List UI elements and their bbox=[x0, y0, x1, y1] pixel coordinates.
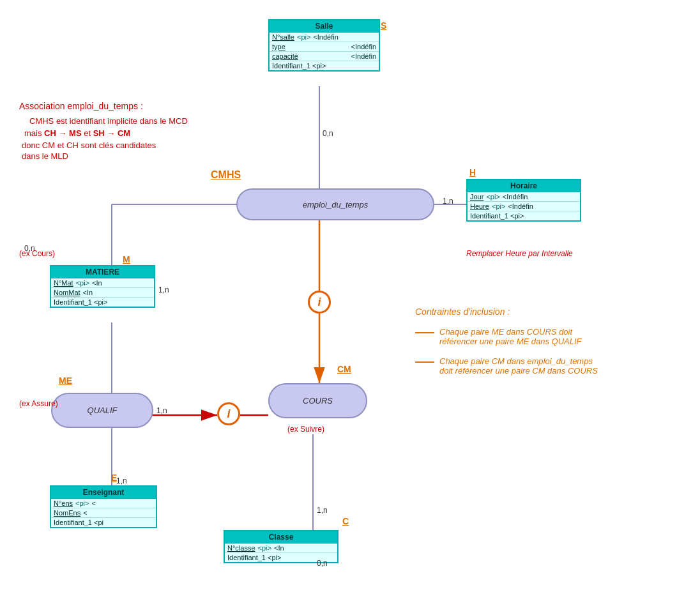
cours-label: COURS bbox=[303, 396, 333, 406]
salle-row-1: N°salle <pi> <Indéfin bbox=[270, 33, 379, 42]
contrainte-2: Chaque paire CM dans emploi_du_tempsdoit… bbox=[415, 356, 598, 376]
mult-matiere-0n: 0,n bbox=[24, 244, 35, 253]
horaire-row-2: Heure <pi> <Indéfin bbox=[468, 202, 580, 211]
diagram-container: Salle N°salle <pi> <Indéfin type <Indéfi… bbox=[0, 0, 700, 608]
entity-enseignant: Enseignant N°ens <pi> < NomEns < Identif… bbox=[50, 485, 157, 528]
entity-matiere: MATIERE N°Mat <pi> <In NomMat <In Identi… bbox=[50, 265, 155, 308]
cm-label: CM bbox=[337, 364, 351, 374]
cmhs-line: CMHS est identifiant implicite dans le M… bbox=[29, 116, 188, 126]
cmhs-label: CMHS bbox=[211, 169, 241, 181]
m-label: M bbox=[123, 254, 130, 264]
contraintes-block: Contraintes d'inclusion : Chaque paire M… bbox=[415, 307, 598, 376]
contrainte-1: Chaque paire ME dans COURS doitréférence… bbox=[415, 327, 598, 346]
cm-ch-line: donc CM et CH sont clés candidates bbox=[22, 141, 188, 150]
mult-ens-1n: 1,n bbox=[116, 476, 127, 485]
ens-row-3: Identifiant_1 <pi bbox=[51, 518, 156, 527]
salle-row-2: type <Indéfin bbox=[270, 42, 379, 52]
salle-row-4: Identifiant_1 <pi> bbox=[270, 61, 379, 70]
contrainte-2-text: Chaque paire CM dans emploi_du_tempsdoit… bbox=[439, 356, 598, 376]
entity-cours: COURS bbox=[268, 383, 367, 418]
me-label: ME bbox=[59, 376, 72, 386]
assoc-label: emploi_du_temps bbox=[303, 200, 369, 209]
mult-matiere-1n: 1,n bbox=[158, 285, 169, 294]
association-title: Association emploi_du_temps : bbox=[19, 101, 188, 111]
horaire-row-1: Jour <pi> <Indéfin bbox=[468, 192, 580, 202]
dash-2 bbox=[415, 361, 434, 363]
inclusion-circle-top: i bbox=[308, 291, 331, 314]
matiere-title: MATIERE bbox=[51, 266, 154, 278]
entity-qualif: QUALIF bbox=[51, 393, 153, 428]
classe-row-1: N°classe <pi> <In bbox=[225, 543, 337, 553]
mult-classe-0n: 0,n bbox=[317, 559, 328, 568]
entity-salle: Salle N°salle <pi> <Indéfin type <Indéfi… bbox=[268, 19, 380, 72]
annotation-block: Association emploi_du_temps : CMHS est i… bbox=[19, 101, 188, 161]
remplacer-note: Remplacer Heure par Intervalle bbox=[466, 249, 573, 258]
classe-title: Classe bbox=[225, 531, 337, 543]
mult-salle-0n: 0,n bbox=[323, 129, 333, 138]
h-label: H bbox=[469, 167, 476, 178]
ens-row-2: NomEns < bbox=[51, 508, 156, 518]
mult-qualif-1n: 1,n bbox=[156, 406, 167, 415]
contraintes-title: Contraintes d'inclusion : bbox=[415, 307, 598, 317]
ch-ms-line: mais CH → MS et SH → CM bbox=[24, 128, 188, 138]
matiere-row-1: N°Mat <pi> <In bbox=[51, 278, 154, 288]
mld-line: dans le MLD bbox=[22, 151, 188, 161]
matiere-row-2: NomMat <In bbox=[51, 288, 154, 298]
mult-cours-1n: 1,n bbox=[317, 506, 328, 515]
assoc-emploi-du-temps: emploi_du_temps bbox=[236, 188, 434, 220]
mult-horaire-1n: 1,n bbox=[443, 197, 453, 206]
enseignant-title: Enseignant bbox=[51, 487, 156, 499]
qualif-label: QUALIF bbox=[88, 406, 118, 415]
horaire-title: Horaire bbox=[468, 180, 580, 192]
horaire-row-3: Identifiant_1 <pi> bbox=[468, 211, 580, 220]
entity-horaire: Horaire Jour <pi> <Indéfin Heure <pi> <I… bbox=[466, 179, 581, 222]
c-label: C bbox=[342, 516, 349, 526]
ex-assure-label: (ex Assure) bbox=[19, 399, 58, 408]
contrainte-1-text: Chaque paire ME dans COURS doitréférence… bbox=[439, 327, 582, 346]
ex-suivre-label: (ex Suivre) bbox=[287, 425, 324, 434]
salle-title: Salle bbox=[270, 20, 379, 33]
inclusion-circle-bottom: i bbox=[217, 402, 240, 425]
s-label: S bbox=[381, 20, 386, 31]
ens-row-1: N°ens <pi> < bbox=[51, 499, 156, 508]
salle-row-3: capacité <Indéfin bbox=[270, 52, 379, 61]
matiere-row-3: Identifiant_1 <pi> bbox=[51, 298, 154, 307]
dash-1 bbox=[415, 332, 434, 333]
